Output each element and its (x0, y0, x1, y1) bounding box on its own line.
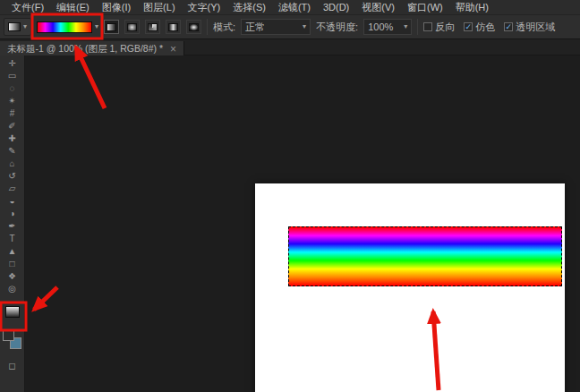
checkbox-box[interactable]: ✓ (504, 22, 513, 31)
tool-button[interactable]: ◌ (0, 82, 25, 95)
menu-item[interactable]: 窗口(W) (401, 0, 449, 15)
close-icon[interactable]: × (170, 44, 176, 55)
gradient-preview-swatch[interactable] (37, 21, 92, 33)
mode-label: 模式: (213, 21, 235, 34)
divider (417, 19, 418, 35)
gradient-tool-button[interactable] (0, 300, 25, 323)
checkbox-box[interactable]: ✓ (464, 22, 473, 31)
option-checkbox[interactable]: ✓ 透明区域 (504, 21, 555, 34)
zoom-tool-icon: ◎ (8, 285, 16, 294)
tool-button[interactable]: T (0, 233, 25, 245)
reflected-gradient-type-button[interactable] (166, 20, 181, 34)
checkbox-label: 仿色 (475, 21, 495, 34)
menu-item[interactable]: 3D(D) (317, 0, 355, 15)
options-bar: ▾ ▾ 模式: 正常 ▾ 不透明度: 100% ▾ 反向 ✓ 仿色 (0, 15, 580, 39)
gradient-picker[interactable]: ▾ (37, 21, 98, 33)
menu-item[interactable]: 图层(L) (137, 0, 181, 15)
tool-button[interactable]: ◑ (0, 208, 25, 220)
checkbox-label: 透明区域 (516, 21, 555, 34)
document-tab-bar: 未标题-1 @ 100% (图层 1, RGB/8#) * × (0, 39, 580, 55)
tool-bar: ✛ ▭ ◌ ✴ # ✐ ✚ (0, 55, 25, 392)
pen-tool-icon: ✒ (8, 222, 15, 231)
linear-gradient-type-button[interactable] (104, 20, 119, 34)
tool-button[interactable]: ✒ (0, 220, 25, 233)
marquee-tool-icon: ▭ (8, 72, 16, 81)
opacity-select[interactable]: 100% ▾ (363, 19, 412, 35)
tool-button[interactable]: ↺ (0, 170, 25, 183)
tool-list: ✛ ▭ ◌ ✴ # ✐ ✚ (0, 57, 25, 295)
tool-button[interactable]: # (0, 107, 25, 120)
tool-button[interactable]: ✛ (0, 57, 25, 70)
history-brush-tool-icon: ↺ (8, 172, 15, 181)
tool-button[interactable]: ◎ (0, 283, 25, 295)
healing-brush-tool-icon: ✚ (8, 134, 15, 143)
tool-button[interactable]: ✚ (0, 132, 25, 145)
tool-button[interactable]: ✴ (0, 95, 25, 107)
tool-button[interactable]: ◒ (0, 195, 25, 208)
lasso-tool-icon: ◌ (10, 84, 15, 93)
checkbox-label: 反向 (435, 21, 455, 34)
tool-button[interactable]: ▱ (0, 183, 25, 195)
path-selection-tool-icon: ▲ (8, 247, 17, 256)
quick-mask-icon: ◻ (8, 362, 15, 371)
gradient-fill-selection[interactable] (288, 226, 562, 286)
quick-selection-tool-icon: ✴ (8, 97, 15, 106)
tool-button[interactable]: ⌂ (0, 158, 25, 170)
radial-gradient-type-button[interactable] (124, 20, 140, 34)
menu-item[interactable]: 图像(I) (96, 0, 137, 15)
shape-tool-icon: □ (9, 260, 14, 268)
tool-button[interactable]: ▲ (0, 245, 25, 258)
diamond-gradient-type-button[interactable] (186, 20, 201, 34)
angle-gradient-type-button[interactable] (145, 20, 160, 34)
menu-item[interactable]: 帮助(H) (449, 0, 495, 15)
gradient-tool-preset-icon (8, 22, 21, 31)
mode-value: 正常 (245, 21, 265, 34)
color-swatches (2, 329, 23, 351)
crop-tool-icon: # (10, 109, 15, 118)
menu-item[interactable]: 视图(V) (355, 0, 401, 15)
foreground-color-swatch[interactable] (3, 329, 14, 341)
move-tool-icon: ✛ (8, 59, 15, 68)
brush-tool-icon: ✎ (8, 147, 15, 156)
tool-button[interactable]: □ (0, 258, 25, 270)
chevron-down-icon: ▾ (303, 23, 306, 30)
option-checkbox[interactable]: ✓ 仿色 (464, 21, 495, 34)
divider (207, 19, 208, 35)
chevron-down-icon: ▾ (404, 23, 407, 30)
eyedropper-tool-icon: ✐ (8, 122, 15, 131)
gradient-tool-icon (5, 306, 20, 318)
quick-mask-button[interactable]: ◻ (0, 360, 25, 372)
checkbox-group: 反向 ✓ 仿色 ✓ 透明区域 (423, 21, 555, 34)
hand-tool-icon: ❖ (8, 272, 16, 281)
canvas-area[interactable] (25, 55, 580, 392)
chevron-down-icon: ▾ (23, 23, 27, 30)
blur-tool-icon: ◒ (9, 197, 14, 206)
document-canvas[interactable] (255, 183, 565, 392)
dodge-tool-icon: ◑ (9, 209, 14, 218)
opacity-label: 不透明度: (316, 21, 358, 34)
menu-item[interactable]: 编辑(E) (50, 0, 96, 15)
option-checkbox[interactable]: 反向 (423, 21, 455, 34)
radial-gradient-icon (127, 23, 137, 31)
tool-button[interactable]: ❖ (0, 270, 25, 283)
menu-item[interactable]: 文字(Y) (182, 0, 227, 15)
tool-button[interactable]: ▭ (0, 70, 25, 82)
tool-button[interactable]: ✎ (0, 145, 25, 158)
tool-preset-button[interactable]: ▾ (4, 18, 31, 36)
angle-gradient-icon (148, 23, 158, 31)
chevron-down-icon[interactable]: ▾ (95, 23, 98, 30)
menu-item[interactable]: 滤镜(T) (272, 0, 317, 15)
menu-item[interactable]: 文件(F) (5, 0, 50, 15)
clone-stamp-tool-icon: ⌂ (9, 159, 14, 168)
menu-bar: 文件(F) 编辑(E) 图像(I) 图层(L) 文字(Y) 选择(S) 滤镜(T… (0, 0, 580, 15)
type-tool-icon: T (9, 234, 14, 243)
mode-select[interactable]: 正常 ▾ (241, 19, 311, 35)
reflected-gradient-icon (168, 23, 178, 31)
checkbox-box[interactable] (423, 22, 432, 31)
eraser-tool-icon: ▱ (9, 184, 16, 193)
menu-item[interactable]: 选择(S) (226, 0, 272, 15)
opacity-value: 100% (368, 21, 393, 32)
diamond-gradient-icon (189, 23, 199, 31)
linear-gradient-icon (107, 23, 116, 31)
tool-button[interactable]: ✐ (0, 120, 25, 132)
